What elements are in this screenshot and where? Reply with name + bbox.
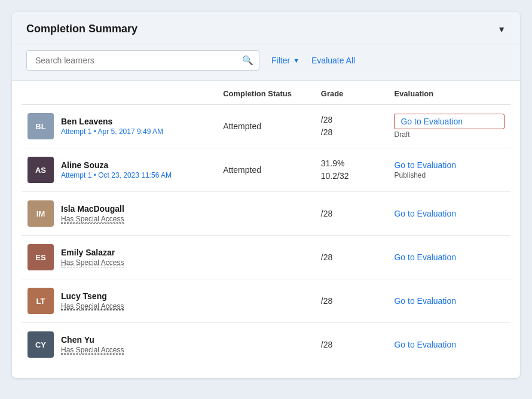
- learner-name-cell: ASAline SouzaAttempt 1 • Oct 23, 2023 11…: [22, 148, 217, 192]
- evaluation-cell: Go to EvaluationPublished: [388, 148, 510, 192]
- completion-summary-panel: Completion Summary ▼ 🔍 Filter ▼ Evaluate…: [12, 12, 520, 378]
- learner-attempt: Attempt 1 • Apr 5, 2017 9:49 AM: [61, 127, 163, 136]
- learner-name-cell: LTLucy TsengHas Special Access: [22, 279, 217, 323]
- grade-value: 31.9%10.2/32: [315, 148, 389, 192]
- grade-value: /28: [315, 323, 389, 367]
- table-row: BLBen LeavensAttempt 1 • Apr 5, 2017 9:4…: [22, 105, 510, 148]
- table-row: ASAline SouzaAttempt 1 • Oct 23, 2023 11…: [22, 148, 510, 192]
- learner-full-name: Aline Souza: [61, 160, 172, 170]
- grade-value: /28: [315, 192, 389, 236]
- completion-status: Attempted: [217, 105, 315, 148]
- special-access-badge: Has Special Access: [61, 346, 124, 355]
- grade-value: /28: [315, 279, 389, 323]
- panel-header: Completion Summary ▼: [12, 12, 520, 44]
- col-header-status: Completion Status: [217, 81, 315, 105]
- go-to-evaluation-link[interactable]: Go to Evaluation: [394, 209, 456, 218]
- chevron-down-icon[interactable]: ▼: [497, 25, 506, 34]
- learner-full-name: Isla MacDougall: [61, 204, 124, 214]
- completion-status: [217, 279, 315, 323]
- col-header-grade: Grade: [315, 81, 389, 105]
- go-to-evaluation-link[interactable]: Go to Evaluation: [394, 114, 505, 129]
- avatar: BL: [27, 113, 54, 139]
- table-row: IMIsla MacDougallHas Special Access/28Go…: [22, 192, 510, 236]
- evaluate-all-button[interactable]: Evaluate All: [311, 56, 355, 65]
- avatar: IM: [27, 200, 54, 227]
- special-access-badge: Has Special Access: [61, 258, 124, 267]
- go-to-evaluation-link[interactable]: Go to Evaluation: [394, 340, 456, 349]
- col-header-name: [22, 81, 217, 105]
- grade-value: /28: [315, 236, 389, 279]
- table-row: CYChen YuHas Special Access/28Go to Eval…: [22, 323, 510, 367]
- panel-title: Completion Summary: [26, 23, 137, 35]
- special-access-badge: Has Special Access: [61, 302, 124, 311]
- completion-status: [217, 323, 315, 367]
- evaluate-all-label: Evaluate All: [311, 56, 355, 65]
- filter-label: Filter: [271, 56, 290, 65]
- table-row: ESEmily SalazarHas Special Access/28Go t…: [22, 236, 510, 279]
- search-wrap: 🔍: [26, 50, 259, 71]
- eval-status-text: Published: [394, 171, 505, 179]
- filter-button[interactable]: Filter ▼: [271, 56, 299, 65]
- avatar: ES: [27, 244, 54, 270]
- avatar: AS: [27, 157, 54, 183]
- learner-full-name: Emily Salazar: [61, 248, 124, 257]
- completion-status: [217, 192, 315, 236]
- learner-attempt: Attempt 1 • Oct 23, 2023 11:56 AM: [61, 171, 172, 179]
- learner-name-cell: BLBen LeavensAttempt 1 • Apr 5, 2017 9:4…: [22, 105, 217, 148]
- completion-status: Attempted: [217, 148, 315, 192]
- table-row: LTLucy TsengHas Special Access/28Go to E…: [22, 279, 510, 323]
- grade-value: /28/28: [315, 105, 389, 148]
- evaluation-cell: Go to Evaluation: [388, 323, 510, 367]
- learner-full-name: Lucy Tseng: [61, 291, 124, 301]
- go-to-evaluation-link[interactable]: Go to Evaluation: [394, 252, 456, 262]
- go-to-evaluation-link[interactable]: Go to Evaluation: [394, 296, 456, 306]
- learner-full-name: Chen Yu: [61, 335, 124, 345]
- evaluation-cell: Go to Evaluation: [388, 279, 510, 323]
- avatar: CY: [27, 331, 54, 358]
- learner-full-name: Ben Leavens: [61, 117, 163, 126]
- filter-chevron-icon: ▼: [293, 57, 299, 64]
- special-access-badge: Has Special Access: [61, 215, 124, 224]
- learner-name-cell: ESEmily SalazarHas Special Access: [22, 236, 217, 279]
- eval-status-text: Draft: [394, 130, 505, 139]
- toolbar: 🔍 Filter ▼ Evaluate All: [12, 44, 520, 81]
- learner-name-cell: IMIsla MacDougallHas Special Access: [22, 192, 217, 236]
- learners-table: Completion Status Grade Evaluation BLBen…: [22, 81, 510, 366]
- table-container: Completion Status Grade Evaluation BLBen…: [12, 81, 520, 378]
- evaluation-cell: Go to Evaluation: [388, 236, 510, 279]
- go-to-evaluation-link[interactable]: Go to Evaluation: [394, 160, 505, 170]
- table-header-row: Completion Status Grade Evaluation: [22, 81, 510, 105]
- completion-status: [217, 236, 315, 279]
- avatar: LT: [27, 288, 54, 314]
- search-input[interactable]: [26, 50, 259, 71]
- col-header-evaluation: Evaluation: [388, 81, 510, 105]
- evaluation-cell: Go to Evaluation: [388, 192, 510, 236]
- evaluation-cell: Go to EvaluationDraft: [388, 105, 510, 148]
- learner-name-cell: CYChen YuHas Special Access: [22, 323, 217, 367]
